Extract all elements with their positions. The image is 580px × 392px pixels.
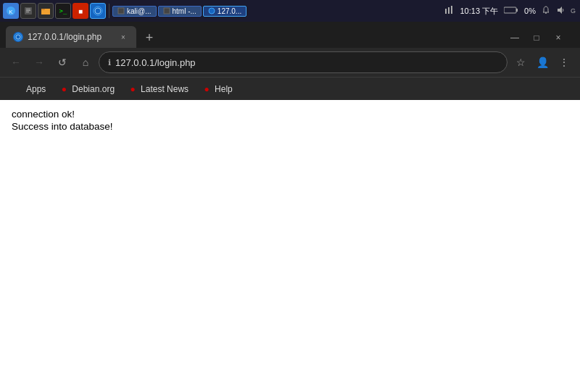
svg-point-11 <box>209 8 215 14</box>
url-text: 127.0.0.1/login.php <box>115 57 498 68</box>
red-square-icon[interactable]: ■ <box>72 3 88 19</box>
minimize-button[interactable]: — <box>505 28 525 48</box>
tab-bar: 127.0.0.1/login.php × + — □ × <box>0 22 580 48</box>
taskbar-network-icon <box>442 5 455 17</box>
svg-rect-6 <box>41 9 45 10</box>
taskbar-battery-pct: 0% <box>523 7 537 15</box>
page-line2: Success into database! <box>12 121 568 132</box>
page-content: connection ok! Success into database! <box>0 100 580 392</box>
star-button[interactable]: ☆ <box>510 52 531 72</box>
bookmark-apps[interactable]: Apps <box>7 83 51 96</box>
files-icon[interactable] <box>20 3 36 19</box>
taskbar-separator <box>109 4 109 18</box>
nav-right-controls: ☆ 👤 ⋮ <box>510 52 574 72</box>
bookmark-latest-news-label: Latest News <box>141 84 188 94</box>
reload-button[interactable]: ↺ <box>52 52 72 72</box>
apps-grid-icon <box>13 84 23 94</box>
forward-button[interactable]: → <box>29 52 49 72</box>
bookmark-debian[interactable]: ● Debian.org <box>53 83 120 96</box>
profile-button[interactable]: 👤 <box>532 52 552 72</box>
tab-close-button[interactable]: × <box>117 31 129 43</box>
taskbar-window-browser[interactable]: 127.0... <box>203 6 246 17</box>
svg-rect-15 <box>504 7 516 13</box>
bookmark-debian-label: Debian.org <box>72 84 115 94</box>
browser-window: 127.0.0.1/login.php × + — □ × ← → ↺ ⌂ ℹ … <box>0 22 580 392</box>
svg-rect-12 <box>445 9 447 14</box>
svg-rect-9 <box>118 8 124 14</box>
latest-news-favicon: ● <box>128 84 138 94</box>
taskbar-battery <box>502 6 520 16</box>
bookmark-latest-news[interactable]: ● Latest News <box>122 83 194 96</box>
terminal-icon[interactable]: >_ <box>55 3 71 19</box>
svg-rect-13 <box>448 7 450 14</box>
address-bar[interactable]: ℹ 127.0.0.1/login.php <box>99 51 508 73</box>
bookmark-apps-label: Apps <box>26 84 46 94</box>
svg-rect-14 <box>451 6 452 14</box>
info-icon: ℹ <box>108 58 111 67</box>
browser-taskbar-icon[interactable] <box>90 3 106 19</box>
taskbar-keyboard-icon: G <box>569 7 577 14</box>
taskbar-notifications-icon <box>540 6 552 16</box>
svg-marker-19 <box>558 7 562 14</box>
taskbar-window-kali-label: kali@... <box>127 7 152 15</box>
taskbar-window-kali[interactable]: kali@... <box>112 6 157 17</box>
svg-rect-3 <box>26 9 30 9</box>
svg-rect-4 <box>26 10 30 11</box>
svg-rect-18 <box>545 12 547 14</box>
browser-tab-active[interactable]: 127.0.0.1/login.php × <box>6 26 136 48</box>
taskbar-volume-icon <box>555 6 566 16</box>
page-line1: connection ok! <box>12 109 568 120</box>
svg-rect-10 <box>164 8 170 14</box>
tab-title: 127.0.0.1/login.php <box>28 32 113 42</box>
taskbar-status: 10:13 下午 0% G <box>442 5 577 17</box>
maximize-button[interactable]: □ <box>526 28 547 48</box>
new-tab-button[interactable]: + <box>139 28 160 48</box>
kali-icon[interactable]: K <box>3 3 19 19</box>
taskbar: K >_ ■ kali@... html -... 127.0... 10:13… <box>0 0 580 22</box>
svg-rect-16 <box>516 9 518 12</box>
taskbar-window-html-label: html -... <box>173 7 196 15</box>
menu-button[interactable]: ⋮ <box>554 52 574 72</box>
bookmarks-bar: Apps ● Debian.org ● Latest News ● Help <box>0 77 580 100</box>
svg-text:K: K <box>9 9 13 15</box>
folder-icon[interactable] <box>38 3 54 19</box>
back-button[interactable]: ← <box>6 52 26 72</box>
taskbar-time: 10:13 下午 <box>458 6 500 17</box>
help-favicon: ● <box>202 84 212 94</box>
home-button[interactable]: ⌂ <box>75 52 96 72</box>
nav-bar: ← → ↺ ⌂ ℹ 127.0.0.1/login.php ☆ 👤 ⋮ <box>0 48 580 77</box>
taskbar-window-html[interactable]: html -... <box>158 6 202 17</box>
debian-favicon: ● <box>59 84 69 94</box>
close-button[interactable]: × <box>548 28 568 48</box>
tab-favicon <box>13 32 23 42</box>
bookmark-help[interactable]: ● Help <box>196 83 239 96</box>
svg-rect-5 <box>26 12 29 12</box>
window-controls: — □ × <box>499 28 574 48</box>
bookmark-help-label: Help <box>215 84 233 94</box>
taskbar-window-browser-label: 127.0... <box>218 7 241 15</box>
